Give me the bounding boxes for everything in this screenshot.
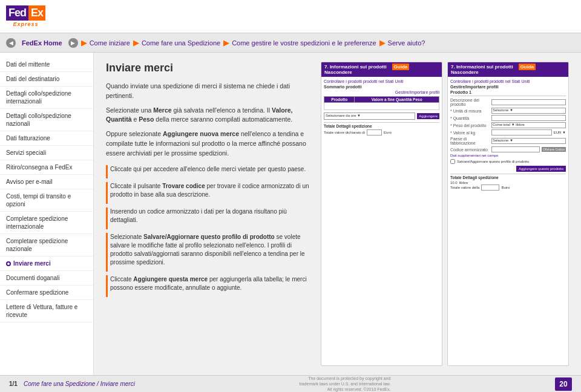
callout-text-3: Inserendo un codice armonizzato i dati p… — [110, 207, 312, 224]
ss1-total-row: Totale valore dichiarato di Euro — [324, 129, 439, 136]
ss2-offshore-btn[interactable]: Offshore Codice — [542, 147, 566, 152]
ss2-total-input[interactable] — [481, 185, 499, 191]
ss2-code-label: Codice armonizzato — [450, 148, 490, 152]
footer-breadcrumb: Come fare una Spedizione / Inviare merci — [24, 381, 135, 387]
fedex-logo: Fed Ex Express — [6, 5, 45, 27]
sidebar-item-collo-naz[interactable]: Dettagli collo/spedizione nazionali — [0, 109, 93, 131]
ss1-add-btn[interactable]: Aggiungere — [417, 113, 439, 119]
sidebar-item-ritiro[interactable]: Ritiro/consegna a FedEx — [0, 160, 93, 175]
ss2-qty-label: * Quantità — [450, 116, 490, 120]
ss2-add-product-btn[interactable]: Aggiungere questo prodotto — [516, 166, 566, 172]
sidebar-item-documenti[interactable]: Documenti doganali — [0, 271, 93, 286]
nav-arrow-2: ▶ — [133, 39, 139, 47]
intro-text: Quando inviate una spedizione di merci i… — [106, 82, 312, 101]
nav-next-button[interactable]: ▶ — [68, 38, 78, 48]
sidebar-item-destinatario[interactable]: Dati del destinatario — [0, 72, 93, 87]
callout-3: Inserendo un codice armonizzato i dati p… — [106, 207, 312, 229]
ss1-col2: Valore a fine Quantità Peso — [355, 97, 439, 103]
nav-arrow-3: ▶ — [223, 39, 229, 47]
footer-page-number: 20 — [555, 377, 572, 391]
nav-prev-button[interactable]: ◀ — [6, 38, 16, 48]
ss2-value-input[interactable] — [491, 129, 552, 136]
callout-1: Cliccate qui per accedere all'elenco del… — [106, 165, 312, 178]
sidebar-item-fatturazione[interactable]: Dati fatturazione — [0, 131, 93, 146]
nav-item-1[interactable]: Come iniziare — [90, 39, 130, 47]
ss1-currency-label: Euro — [384, 131, 392, 134]
nav-item-4[interactable]: Serve aiuto? — [388, 39, 425, 47]
ss2-weight-select[interactable]: Come total ▼ libbre — [491, 122, 566, 128]
ss2-guide-btn[interactable]: Guida — [519, 64, 536, 70]
callout-text-2: Cliccate il pulsante Trovare codice per … — [110, 182, 312, 199]
ss2-desc-input[interactable] — [491, 99, 566, 105]
sidebar-item-costi[interactable]: Costi, tempi di transito e opzioni — [0, 189, 93, 212]
sidebar-item-email[interactable]: Avviso per e-mail — [0, 175, 93, 189]
ss2-manage-link: Gestire/Importare profili — [450, 85, 566, 89]
screenshot-1: 7. Informazioni sul prodotti Guida Nasco… — [321, 62, 442, 366]
ss2-code-input[interactable] — [491, 146, 540, 152]
nav-arrow-1: ▶ — [81, 39, 87, 47]
ss2-add-product-row: Aggiungere questo prodotto — [450, 166, 566, 172]
page-header: Fed Ex Express — [0, 0, 581, 33]
ss1-header: 7. Informazioni sul prodotti Guida Nasco… — [321, 62, 442, 77]
ss2-save-checkbox[interactable] — [450, 159, 455, 164]
ss2-qty-row: * Quantità — [450, 115, 566, 121]
ss1-check-link[interactable]: Controllare i prodotti prodotti nel Stat… — [324, 79, 439, 83]
ss1-table: Prodotto Valore a fine Quantità Peso — [324, 96, 439, 110]
content-right-panel: 7. Informazioni sul prodotti Guida Nasco… — [321, 62, 569, 366]
sidebar-item-lettere[interactable]: Lettere di Vettura, fatture e ricevute — [0, 300, 93, 322]
ss1-total-value-label: Totale valore dichiarato di — [324, 131, 365, 134]
nav-bar: ◀ FedEx Home ▶ ▶ Come iniziare ▶ Come fa… — [0, 33, 581, 53]
ss2-unit-row: * Unità di misura Selezione ▼ — [450, 108, 566, 114]
callout-text-1: Cliccate qui per accedere all'elenco del… — [110, 165, 306, 174]
ss2-save-label: Salvare/Aggiornare questo profilo di pro… — [457, 160, 529, 163]
ss2-qty-val: 10.0 — [450, 181, 458, 185]
ss1-manage-link[interactable]: Gestire/Importare profili — [324, 90, 439, 94]
ss2-qty-input[interactable] — [491, 115, 566, 121]
ss2-code-row: Codice armonizzato Offshore Codice — [450, 146, 566, 152]
ss1-totals-label: Totale Dettagli spedizione — [324, 122, 439, 128]
ss2-manuf-row: Paese di fabbricazione Selezione ▼ — [450, 137, 566, 145]
ss2-qty-unit: libbre — [459, 181, 468, 185]
ss2-hide-btn[interactable]: Nascondere — [451, 70, 479, 75]
callout-5: Cliccate Aggiungere questa merce per agg… — [106, 275, 312, 297]
ss1-empty-row — [324, 103, 439, 110]
ss2-check-link[interactable]: Controllare i prodotti prodotti nel Stat… — [450, 79, 566, 83]
callout-2: Cliccate il pulsante Trovare codice per … — [106, 182, 312, 204]
callout-text-5: Cliccate Aggiungere questa merce per agg… — [110, 275, 312, 292]
sidebar-item-completare-intl[interactable]: Completare spedizione internazionale — [0, 212, 93, 234]
callout-bar-3 — [106, 207, 108, 229]
page-title: Inviare merci — [106, 62, 312, 74]
callout-bar-5 — [106, 275, 108, 297]
ss2-value-row: * Valore al kg EUR ▼ — [450, 129, 566, 136]
ss2-save-row: Salvare/Aggiornare questo profilo di pro… — [450, 159, 566, 164]
callout-text-4: Selezionate Salvare/Aggiornare questo pr… — [110, 233, 312, 267]
ss1-total-input[interactable] — [367, 129, 382, 136]
page-footer: 1/1 Come fare una Spedizione / Inviare m… — [0, 375, 581, 392]
ss1-guide-btn[interactable]: Guida — [392, 64, 410, 70]
nav-item-2[interactable]: Come fare una Spedizione — [142, 39, 220, 47]
ss2-currency: EUR ▼ — [554, 131, 566, 134]
sidebar-item-speciali[interactable]: Servizi speciali — [0, 146, 93, 160]
sidebar-item-confermare[interactable]: Confermare spedizione — [0, 286, 93, 300]
sidebar-item-mittente[interactable]: Dati del mittente — [0, 57, 93, 72]
ss2-total-label: Totale valore della — [450, 186, 479, 189]
ss2-totals-label: Totale Dettagli spedizione — [450, 174, 566, 180]
ss1-col1: Prodotto — [324, 97, 355, 103]
ss2-additional-link[interactable]: Dati supplementari nei campo — [450, 154, 566, 157]
sidebar-item-completare-naz[interactable]: Completare spedizione nazionale — [0, 234, 93, 256]
ss2-total-value-row: Totale valore della Buiro — [450, 185, 566, 191]
ss1-select-dropdown[interactable]: Selezionare da ore ▼ — [324, 113, 415, 120]
callout-bar-1 — [106, 165, 108, 178]
footer-copyright: The document is protected by copyright a… — [299, 376, 390, 392]
para2-text: Oppure selezionate Aggiungere nuova merc… — [106, 129, 312, 158]
fedex-home-link[interactable]: FedEx Home — [22, 39, 62, 47]
sidebar-item-inviare-merci[interactable]: Inviare merci — [0, 256, 93, 271]
ss2-manuf-select[interactable]: Selezione ▼ — [491, 138, 566, 144]
nav-item-3[interactable]: Come gestire le vostre spedizioni e le p… — [232, 39, 376, 47]
sidebar-item-collo-intl[interactable]: Dettagli collo/spedizione internazionali — [0, 87, 93, 109]
ss2-unit-select[interactable]: Selezione ▼ — [491, 108, 566, 114]
ss2-weight-row: * Peso del prodotto Come total ▼ libbre — [450, 122, 566, 128]
ss1-content: Controllare i prodotti prodotti nel Stat… — [321, 77, 442, 138]
ss1-hide-btn[interactable]: Nascondere — [324, 70, 352, 75]
ss2-manuf-label: Paese di fabbricazione — [450, 137, 490, 145]
